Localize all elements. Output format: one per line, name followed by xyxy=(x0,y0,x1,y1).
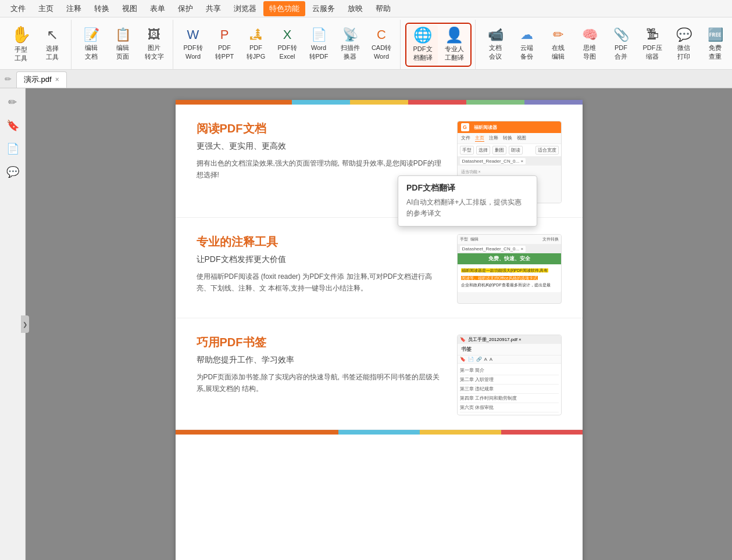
cad-to-word-button[interactable]: C CAD转Word xyxy=(366,25,397,64)
pdf-to-excel-icon: X xyxy=(283,28,292,41)
word-to-pdf-button[interactable]: 📄 Word转PDF xyxy=(303,25,334,64)
pdf-translate-button[interactable]: 🌐 PDF文档翻译 xyxy=(408,25,438,64)
mini-bm-tab-bar: 🔖 员工手册_20120917.pdf × xyxy=(458,335,561,344)
mini-annot-convert: 文件转换 xyxy=(542,236,559,242)
mini-app-titlebar: G 福昕阅读器 xyxy=(458,121,561,133)
select-tool-button[interactable]: ↖ 选择工具 xyxy=(37,25,67,64)
mini-tool-select: 选择 xyxy=(476,146,490,155)
edit-page-button[interactable]: 📋 编辑页面 xyxy=(108,25,138,64)
human-translate-icon: 👤 xyxy=(445,27,463,42)
sidebar-icon-pages[interactable]: 📄 xyxy=(3,139,22,158)
free-check-button[interactable]: 🆓 免费查重 xyxy=(700,25,730,64)
mini-annot-line1: 福昕阅读器是一款功能强大的PDF阅读软件,具有 xyxy=(461,268,558,274)
document-area[interactable]: PDF文档翻译 AI自动文档翻译+人工排版，提供实惠的参考译文 阅读P xyxy=(26,88,732,560)
highlight-span1: 福昕阅读器是一款功能强大的PDF阅读软件,具有 xyxy=(461,268,549,272)
edit-doc-icon: 📝 xyxy=(84,28,99,41)
mini-bm-item4-label: 第四章 工作时间和勤劳制度 xyxy=(460,396,517,401)
tooltip-title: PDF文档翻译 xyxy=(406,183,529,193)
pdf-merge-icon: 📎 xyxy=(613,28,629,41)
mini-bm-tab: 员工手册_20120917.pdf × xyxy=(468,336,522,343)
menu-item-annotate[interactable]: 注释 xyxy=(60,1,87,16)
menu-item-browser[interactable]: 浏览器 xyxy=(228,1,262,16)
pdf-translate-icon: 🌐 xyxy=(413,27,432,42)
menu-item-cloud[interactable]: 云服务 xyxy=(306,1,341,16)
edit-doc-button[interactable]: 📝 编辑文档 xyxy=(76,25,106,64)
menu-item-special[interactable]: 特色功能 xyxy=(263,1,305,16)
wechat-print-button[interactable]: 💬 微信打印 xyxy=(669,25,699,64)
mini-annot-toolbar: 手型 编辑 文件转换 xyxy=(458,235,561,245)
mini-bm-toolbar: 🔖 📄 🔗 A A xyxy=(458,356,561,364)
pdf-section-annotation-img: 手型 编辑 文件转换 Datasheet_Reader_CN_0... × 免费… xyxy=(457,234,562,304)
reading-subtitle: 更强大、更实用、更高效 xyxy=(197,141,443,152)
free-check-label: 免费查重 xyxy=(709,44,722,60)
stripe-blue xyxy=(292,100,350,105)
menu-item-protect[interactable]: 保护 xyxy=(172,1,199,16)
pdf-merge-button[interactable]: 📎 PDF合并 xyxy=(606,25,636,64)
pdf-section-annotation: 专业的注释工具 让PDF文档发挥更大价值 使用福昕PDF阅读器 (foxit r… xyxy=(176,218,583,318)
mini-bm-list: 第一章 简介 第二章 入职管理 第三章 违纪规章 第四章 工作时间和勤劳制度 xyxy=(458,364,561,415)
bookmark-title: 巧用PDF书签 xyxy=(197,335,443,350)
tool-group-translate: 🌐 PDF文档翻译 👤 专业人工翻译 xyxy=(402,20,476,69)
tool-group-convert: W PDF转Word P PDF转PPT 🏞 PDF转JPG X PDF转Exc… xyxy=(174,20,401,69)
scan-icon: 📡 xyxy=(342,28,358,41)
pdf-bottom-stripe xyxy=(176,430,583,435)
select-icon: ↖ xyxy=(47,28,58,42)
menu-item-convert[interactable]: 转换 xyxy=(88,1,115,16)
word-to-pdf-icon: 📄 xyxy=(311,28,327,41)
menu-item-play[interactable]: 放映 xyxy=(342,1,369,16)
hand-tool-button[interactable]: ✋ 手型工具 xyxy=(6,24,36,64)
bookmark-body: 为PDF页面添加书签,除了实现内容的快速导航, 书签还能指明不同书签的层级关系,… xyxy=(197,371,443,395)
mini-bm-item-3: 第三章 违纪规章 xyxy=(460,385,559,394)
pdf-to-jpg-label: PDF转JPG xyxy=(247,44,265,60)
mini-tool-rotate: 适合宽度 xyxy=(535,146,559,155)
mini-content-line1: 适当功能 × xyxy=(461,168,558,176)
doc-meeting-button[interactable]: 📹 文档会议 xyxy=(480,25,510,64)
bookmark-subtitle: 帮助您提升工作、学习效率 xyxy=(197,355,443,365)
mini-annot-app: 手型 编辑 文件转换 Datasheet_Reader_CN_0... × 免费… xyxy=(458,235,561,292)
reading-title: 阅读PDF文档 xyxy=(197,121,443,137)
menu-item-form[interactable]: 表单 xyxy=(144,1,171,16)
doc-meeting-label: 文档会议 xyxy=(489,44,502,60)
mini-tool-edit: 删图 xyxy=(492,146,506,155)
mindmap-icon: 🧠 xyxy=(582,28,598,41)
pdf-section-bookmark: 巧用PDF书签 帮助您提升工作、学习效率 为PDF页面添加书签,除了实现内容的快… xyxy=(176,318,583,430)
tool-group-basic: ✋ 手型工具 ↖ 选择工具 xyxy=(2,20,72,69)
cad-icon: C xyxy=(377,28,386,41)
scan-converter-button[interactable]: 📡 扫描件换器 xyxy=(335,25,365,64)
toolbar: ✋ 手型工具 ↖ 选择工具 📝 编辑文档 📋 编辑页面 🖼 图片转文字 W PD… xyxy=(0,17,732,70)
free-check-icon: 🆓 xyxy=(708,28,723,41)
pdf-to-word-button[interactable]: W PDF转Word xyxy=(178,25,208,64)
menu-item-file[interactable]: 文件 xyxy=(5,1,31,16)
menu-item-share[interactable]: 共享 xyxy=(200,1,227,16)
pdf-to-ppt-button[interactable]: P PDF转PPT xyxy=(209,25,240,64)
tab-demo-pdf[interactable]: 演示.pdf × xyxy=(16,71,67,88)
img-to-text-button[interactable]: 🖼 图片转文字 xyxy=(139,25,169,64)
online-edit-button[interactable]: ✏ 在线编辑 xyxy=(543,25,573,64)
annotation-subtitle: 让PDF文档发挥更大价值 xyxy=(197,254,443,265)
mini-annot-status: 免费、快速、安全 xyxy=(458,253,561,264)
cloud-backup-button[interactable]: ☁ 云端备份 xyxy=(512,25,542,64)
tab-close-button[interactable]: × xyxy=(55,76,59,84)
mindmap-button[interactable]: 🧠 思维导图 xyxy=(574,25,605,64)
mini-bm-item-4: 第四章 工作时间和勤劳制度 xyxy=(460,394,559,403)
pdf-to-excel-button[interactable]: X PDF转Excel xyxy=(272,25,302,64)
tooltip-popup: PDF文档翻译 AI自动文档翻译+人工排版，提供实惠的参考译文 xyxy=(398,175,537,227)
menu-item-help[interactable]: 帮助 xyxy=(370,1,397,16)
sidebar-icon-bookmark[interactable]: 🔖 xyxy=(3,116,22,135)
human-translate-button[interactable]: 👤 专业人工翻译 xyxy=(439,25,469,64)
img-to-text-icon: 🖼 xyxy=(148,28,160,41)
mini-annot-tab-bar: Datasheet_Reader_CN_0... × xyxy=(458,245,561,253)
pdf-compress-button[interactable]: 🗜 PDF压缩器 xyxy=(637,25,667,64)
menu-item-home[interactable]: 主页 xyxy=(33,1,59,16)
sidebar-collapse-button[interactable]: ❯ xyxy=(21,315,29,333)
pdf-to-jpg-button[interactable]: 🏞 PDF转JPG xyxy=(241,25,271,64)
pdf-to-jpg-icon: 🏞 xyxy=(249,28,262,41)
sidebar-icon-comments[interactable]: 💬 xyxy=(3,163,22,181)
tooltip-description: AI自动文档翻译+人工排版，提供实惠的参考译文 xyxy=(406,197,529,219)
menu-item-view[interactable]: 视图 xyxy=(116,1,143,16)
mini-menu-annot: 注释 xyxy=(489,135,498,142)
sidebar-icon-edit[interactable]: ✏ xyxy=(3,93,22,112)
mini-bm-item3-label: 第三章 违纪规章 xyxy=(460,386,494,392)
pdf-top-stripe xyxy=(176,100,583,105)
mini-annot-line2: 阅读等。福昕还支持Office风格的选项卡式 xyxy=(461,275,558,282)
